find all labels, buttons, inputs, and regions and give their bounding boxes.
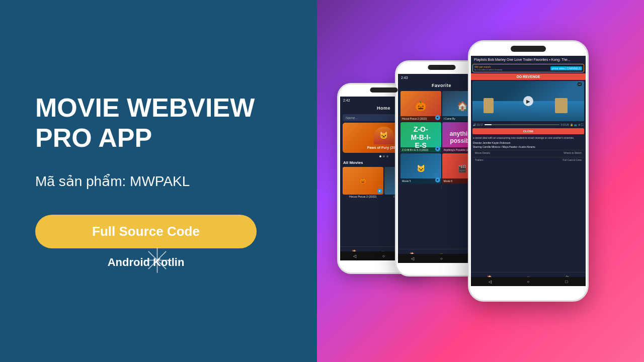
dot-1	[379, 155, 381, 157]
right-panel: 2:42 ⚙ ▲ Home Name... 🐱 Paws of Fury (20…	[317, 0, 644, 362]
movie-thumb-1: 🎃 ♥	[343, 167, 383, 195]
prime-sub: for 2 months of select channels	[474, 68, 502, 71]
back-btn-middle[interactable]: ◁	[410, 255, 416, 261]
home-btn-front[interactable]: ○	[525, 279, 531, 285]
starring-row: Starring Camille Minicos • Maya Hawke • …	[473, 145, 584, 148]
status-bar-front: Playlists Bob Marley One Love Trailer Fa…	[471, 56, 586, 63]
back-btn-front[interactable]: ◁	[487, 279, 493, 285]
play-button[interactable]: ▶	[523, 96, 533, 106]
full-source-code-button[interactable]: Full Source Code	[35, 215, 257, 248]
expand-icon: ⛶	[581, 123, 584, 126]
timer-badge: 10	[578, 82, 582, 86]
fav-movie-3: Z-O-M-B-I-E-S Z-O-M-B-I-E-S 3 (2022) ♥	[400, 122, 441, 152]
video-controls: 🔊 01:17 3:03:20 🔒 📺 ⚙ ⛶	[471, 122, 586, 127]
notch-middle	[428, 65, 455, 70]
volume-icon: 🔊	[473, 123, 476, 126]
video-section: ▶ 10	[472, 81, 584, 121]
star-decoration-icon	[143, 246, 171, 274]
fav-movie-1: 🎃 Hocus Pocus 2 (2022) ♥	[400, 91, 441, 121]
notch-back	[370, 87, 397, 93]
app-title: MOVIE WEBVIEW PRO APP	[35, 93, 255, 153]
lock-icon: 🔒	[570, 123, 573, 126]
detail-tabs: Movie Details Where to Watch	[473, 150, 584, 155]
fav-movie-5: 🐱 Movie 5 ♥	[400, 153, 441, 184]
close-button[interactable]: CLOSE	[472, 128, 584, 134]
movie-description: a secret deal with an unassuming new stu…	[473, 136, 584, 140]
movie-details-tab[interactable]: Movie Details	[475, 151, 490, 154]
progress-bar[interactable]	[485, 124, 560, 125]
back-btn-back[interactable]: ◁	[352, 253, 358, 259]
movie-title-bar: DO REVENGE	[471, 73, 586, 80]
director-row: Director Jennifer Kaytin Robinson	[473, 141, 584, 144]
home-btn-middle[interactable]: ○	[438, 255, 444, 261]
product-code: Mã sản phẩm: MWPAKL	[35, 173, 190, 190]
movie-item-1: 🎃 ♥ Hocus Pocus 2 (2022)	[343, 167, 383, 199]
phone-front: Playlists Bob Marley One Love Trailer Fa…	[468, 40, 589, 302]
beach-figure	[555, 98, 568, 113]
slider-cat-icon: 🐱	[374, 127, 394, 144]
settings-icon: ⚙	[578, 123, 580, 126]
recents-btn-front[interactable]: □	[564, 279, 570, 285]
heart-fav-5: ♥	[435, 177, 440, 183]
prime-banner: 99¢ per month for 2 months of select cha…	[472, 64, 584, 72]
dot-3	[386, 155, 388, 157]
heart-badge-1: ♥	[377, 189, 382, 194]
full-cast-tab[interactable]: Full Cast & Crew	[562, 158, 582, 161]
where-to-watch-tab[interactable]: Where to Watch	[564, 151, 582, 154]
movie-details-section: a secret deal with an unassuming new stu…	[471, 135, 586, 163]
prime-logo: prime video | CHANNELS	[550, 66, 582, 70]
trailers-tab[interactable]: Trailers	[475, 158, 483, 161]
heart-fav-1: ♥	[435, 115, 440, 120]
screen-front: Playlists Bob Marley One Love Trailer Fa…	[471, 56, 586, 286]
notch-front	[511, 46, 546, 52]
heart-fav-3: ♥	[435, 146, 440, 151]
movie-label-1: Hocus Pocus 2 (2022)	[343, 195, 383, 199]
progress-fill	[485, 124, 492, 125]
beach-umbrella	[484, 98, 494, 113]
left-panel: MOVIE WEBVIEW PRO APP Mã sản phẩm: MWPAK…	[0, 0, 317, 362]
home-btn-back[interactable]: ○	[380, 253, 386, 259]
dot-2	[383, 155, 385, 157]
cast-icon: 📺	[574, 123, 577, 126]
detail-tabs-2: Trailers Full Cast & Crew	[473, 157, 584, 162]
sys-nav-front: ◁ ○ □	[471, 277, 586, 286]
